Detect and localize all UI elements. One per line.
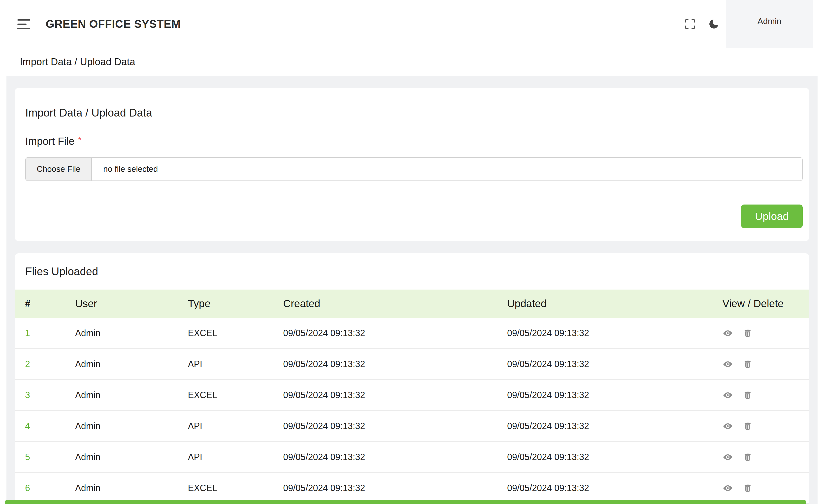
user-menu-button[interactable]: Admin	[726, 0, 813, 48]
bottom-scrollbar[interactable]	[5, 500, 806, 504]
delete-button[interactable]	[742, 359, 753, 370]
fullscreen-button[interactable]	[678, 12, 702, 36]
import-card-title: Import Data / Upload Data	[25, 107, 803, 119]
file-placeholder: no file selected	[92, 158, 169, 180]
table-row: 3 Admin EXCEL 09/05/2024 09:13:32 09/05/…	[15, 380, 809, 410]
row-type: API	[178, 349, 273, 380]
row-updated: 09/05/2024 09:13:32	[497, 349, 712, 380]
trash-icon	[743, 421, 752, 431]
top-bar: GREEN OFFICE SYSTEM Admin	[0, 0, 824, 48]
row-type: EXCEL	[178, 380, 273, 410]
dark-mode-button[interactable]	[702, 12, 726, 36]
view-button[interactable]	[722, 359, 733, 370]
import-file-label: Import File*	[25, 135, 803, 147]
row-created: 09/05/2024 09:13:32	[273, 318, 497, 349]
row-user: Admin	[65, 380, 178, 410]
row-number: 1	[15, 318, 65, 349]
row-number: 4	[15, 410, 65, 442]
upload-button[interactable]: Upload	[741, 205, 803, 228]
row-actions	[712, 349, 809, 380]
files-card: Flies Uploaded # User Type Created Updat…	[15, 253, 809, 504]
table-row: 4 Admin API 09/05/2024 09:13:32 09/05/20…	[15, 410, 809, 442]
delete-button[interactable]	[742, 421, 753, 431]
view-button[interactable]	[722, 328, 733, 339]
row-actions	[712, 380, 809, 410]
trash-icon	[743, 329, 752, 338]
row-created: 09/05/2024 09:13:32	[273, 349, 497, 380]
view-button[interactable]	[722, 390, 733, 401]
trash-icon	[743, 360, 752, 369]
delete-button[interactable]	[742, 390, 753, 401]
view-button[interactable]	[722, 421, 733, 431]
row-actions	[712, 473, 809, 504]
row-actions	[712, 410, 809, 442]
files-card-title: Flies Uploaded	[15, 265, 809, 278]
row-updated: 09/05/2024 09:13:32	[497, 410, 712, 442]
eye-icon	[723, 483, 733, 493]
row-type: EXCEL	[178, 473, 273, 504]
app-title: GREEN OFFICE SYSTEM	[46, 18, 181, 30]
breadcrumb: Import Data / Upload Data	[0, 48, 824, 76]
row-updated: 09/05/2024 09:13:32	[497, 380, 712, 410]
table-row: 5 Admin API 09/05/2024 09:13:32 09/05/20…	[15, 442, 809, 473]
eye-icon	[723, 421, 733, 431]
col-header-created: Created	[273, 289, 497, 318]
eye-icon	[723, 328, 733, 339]
row-type: API	[178, 410, 273, 442]
choose-file-button[interactable]: Choose File	[26, 158, 92, 180]
col-header-updated: Updated	[497, 289, 712, 318]
eye-icon	[723, 390, 733, 400]
moon-icon	[708, 18, 720, 30]
user-menu-label: Admin	[757, 16, 781, 26]
files-table-body: 1 Admin EXCEL 09/05/2024 09:13:32 09/05/…	[15, 318, 809, 504]
import-card: Import Data / Upload Data Import File* C…	[15, 88, 809, 241]
row-user: Admin	[65, 349, 178, 380]
row-updated: 09/05/2024 09:13:32	[497, 442, 712, 473]
table-row: 6 Admin EXCEL 09/05/2024 09:13:32 09/05/…	[15, 473, 809, 504]
row-created: 09/05/2024 09:13:32	[273, 473, 497, 504]
row-number: 5	[15, 442, 65, 473]
menu-icon[interactable]	[17, 19, 30, 29]
row-created: 09/05/2024 09:13:32	[273, 442, 497, 473]
import-file-label-text: Import File	[25, 135, 75, 147]
eye-icon	[723, 359, 733, 369]
required-asterisk: *	[78, 135, 81, 144]
row-number: 2	[15, 349, 65, 380]
row-user: Admin	[65, 442, 178, 473]
upload-row: Upload	[25, 205, 803, 228]
col-header-actions: View / Delete	[712, 289, 809, 318]
delete-button[interactable]	[742, 483, 753, 494]
row-user: Admin	[65, 318, 178, 349]
row-created: 09/05/2024 09:13:32	[273, 380, 497, 410]
row-updated: 09/05/2024 09:13:32	[497, 473, 712, 504]
top-bar-right: Admin	[678, 0, 824, 48]
files-table: # User Type Created Updated View / Delet…	[15, 289, 809, 504]
trash-icon	[743, 483, 752, 493]
main-content: Import Data / Upload Data Import File* C…	[6, 76, 818, 504]
row-type: EXCEL	[178, 318, 273, 349]
fullscreen-icon	[684, 18, 696, 30]
delete-button[interactable]	[742, 328, 753, 339]
col-header-user: User	[65, 289, 178, 318]
delete-button[interactable]	[742, 452, 753, 463]
view-button[interactable]	[722, 483, 733, 494]
trash-icon	[743, 453, 752, 462]
row-actions	[712, 442, 809, 473]
table-header-row: # User Type Created Updated View / Delet…	[15, 289, 809, 318]
row-user: Admin	[65, 473, 178, 504]
table-row: 2 Admin API 09/05/2024 09:13:32 09/05/20…	[15, 349, 809, 380]
row-actions	[712, 318, 809, 349]
row-created: 09/05/2024 09:13:32	[273, 410, 497, 442]
trash-icon	[743, 390, 752, 400]
row-type: API	[178, 442, 273, 473]
row-updated: 09/05/2024 09:13:32	[497, 318, 712, 349]
table-row: 1 Admin EXCEL 09/05/2024 09:13:32 09/05/…	[15, 318, 809, 349]
row-number: 6	[15, 473, 65, 504]
col-header-type: Type	[178, 289, 273, 318]
row-user: Admin	[65, 410, 178, 442]
eye-icon	[723, 452, 733, 462]
view-button[interactable]	[722, 452, 733, 463]
row-number: 3	[15, 380, 65, 410]
file-input[interactable]: Choose File no file selected	[25, 157, 803, 181]
breadcrumb-text: Import Data / Upload Data	[20, 56, 135, 68]
